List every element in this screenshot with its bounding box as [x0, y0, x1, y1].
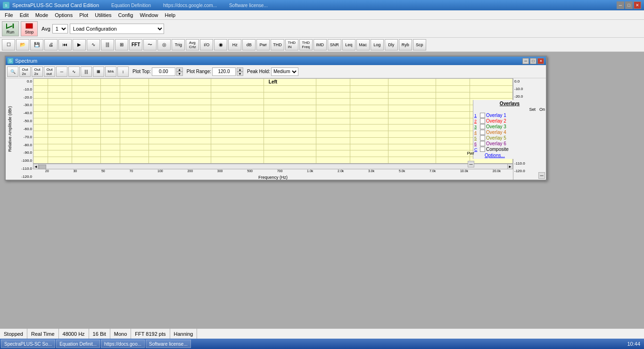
marker-button[interactable]: Mrk	[105, 66, 116, 77]
menu-file[interactable]: File	[2, 12, 16, 18]
avg-select[interactable]: 1 2 4 8	[52, 24, 68, 33]
plot-area[interactable]: Left	[33, 78, 513, 164]
overlay-3-checkbox[interactable]	[480, 124, 485, 129]
bars-button[interactable]: |||	[101, 39, 114, 50]
grid2-button[interactable]: ▦	[93, 66, 104, 77]
overlay-2-num[interactable]: 2	[474, 119, 479, 124]
overlay-5-checkbox[interactable]	[480, 135, 485, 141]
out-2x-2-button[interactable]: Out2x	[32, 66, 43, 77]
menu-utilities[interactable]: Utilities	[92, 12, 114, 18]
scroll-right-button[interactable]: ►	[507, 164, 513, 169]
maximize-button[interactable]: □	[625, 1, 633, 9]
wave2-button[interactable]: 〜	[143, 39, 157, 50]
stop-button[interactable]: Stop	[21, 21, 38, 36]
trig-button[interactable]: Trig	[172, 39, 185, 50]
options-link[interactable]: Options...	[485, 153, 545, 158]
avg-crtz-button[interactable]: AvgCrtz	[186, 39, 199, 50]
overlays-panel: Overlays Set On 1 Overlay 1 2 Overlay 2 …	[473, 100, 546, 159]
snr-button[interactable]: SNR	[328, 39, 341, 50]
imd-button[interactable]: IMD	[314, 39, 327, 50]
ryb-button[interactable]: Ryb	[399, 39, 412, 50]
menu-mode[interactable]: Mode	[33, 12, 51, 18]
composite-num[interactable]: C	[474, 147, 479, 152]
taskbar-docs[interactable]: https://docs.goo...	[101, 340, 145, 348]
overlays-collapse-button[interactable]: ─	[538, 172, 545, 179]
vgrid-7	[264, 79, 264, 163]
vgrid-4	[120, 79, 120, 163]
scrollbar-thumb[interactable]	[39, 165, 46, 169]
plot-top-up[interactable]: ▲	[176, 67, 183, 72]
menu-config[interactable]: Config	[116, 12, 136, 18]
plot-top-down[interactable]: ▼	[176, 72, 183, 76]
zoom-button[interactable]: 🔍	[7, 66, 18, 77]
open-button[interactable]: 📂	[16, 39, 29, 50]
thd-freq-button[interactable]: THDFreq	[299, 39, 313, 50]
pwr-button[interactable]: Pwr	[256, 39, 270, 50]
taskbar-license[interactable]: Software license...	[146, 340, 191, 348]
curve-button[interactable]: ─	[56, 66, 67, 77]
scrollbar-track[interactable]	[39, 164, 507, 169]
overlay-6-checkbox[interactable]	[480, 141, 485, 146]
menu-help[interactable]: Help	[162, 12, 179, 18]
run-button[interactable]: Run	[2, 21, 19, 36]
dly-button[interactable]: Dly	[385, 39, 398, 50]
menu-plot[interactable]: Plot	[76, 12, 91, 18]
load-config-select[interactable]: Load Configuration	[70, 24, 164, 34]
save-button[interactable]: 💾	[30, 39, 43, 50]
overlay-4-checkbox[interactable]	[480, 130, 485, 135]
menu-options[interactable]: Options	[52, 12, 75, 18]
overlay-1-checkbox[interactable]	[480, 113, 485, 118]
out-2x-1-button[interactable]: Out2x	[19, 66, 31, 77]
overlay-2-checkbox[interactable]	[480, 118, 485, 124]
thd-in-button[interactable]: THDIN	[285, 39, 298, 50]
hz-button[interactable]: Hz	[228, 39, 241, 50]
circle-button[interactable]: ◎	[157, 39, 171, 50]
overlay-5-num[interactable]: 5	[474, 136, 479, 141]
fft-button[interactable]: FFT	[129, 39, 142, 50]
pwr-collapse-button[interactable]: ─	[468, 161, 474, 167]
spectrum-minimize-button[interactable]: ─	[522, 58, 529, 64]
peak-hold-select[interactable]: None Low Medium High Infinite	[271, 67, 298, 76]
spiral-button[interactable]: ◉	[214, 39, 227, 50]
print-button[interactable]: 🖨	[44, 39, 58, 50]
overlay-1-num[interactable]: 1	[474, 113, 479, 118]
menu-edit[interactable]: Edit	[17, 12, 32, 18]
scp-button[interactable]: Scp	[413, 39, 426, 50]
close-button[interactable]: ✕	[634, 1, 641, 9]
grid-line-3	[33, 98, 512, 99]
spectrum-maximize-button[interactable]: □	[530, 58, 537, 64]
equation-tab[interactable]: Equation Definition	[111, 3, 151, 8]
leq-button[interactable]: Leq	[342, 39, 355, 50]
overlay-6-num[interactable]: 6	[474, 141, 479, 146]
play-button[interactable]: ▶	[73, 39, 86, 50]
fast-back-button[interactable]: ⏮	[58, 39, 72, 50]
wave3-button[interactable]: ∿	[68, 66, 80, 77]
scroll-left-button[interactable]: ◄	[33, 164, 39, 169]
menu-window[interactable]: Window	[137, 12, 161, 18]
license-tab[interactable]: Software license...	[229, 3, 268, 8]
overlay-row-1: 1 Overlay 1	[474, 113, 545, 118]
plot-top-input[interactable]	[152, 67, 175, 76]
log-button[interactable]: Log	[371, 39, 384, 50]
composite-checkbox[interactable]	[480, 147, 485, 152]
grid-button[interactable]: ⊞	[115, 39, 128, 50]
taskbar-equation[interactable]: Equation Definit...	[56, 340, 100, 348]
io-button[interactable]: I/O	[200, 39, 213, 50]
wave-button[interactable]: ∿	[87, 39, 100, 50]
new-button[interactable]: ☐	[2, 39, 15, 50]
docs-tab[interactable]: https://docs.google.com...	[163, 3, 217, 8]
thd-button[interactable]: THD	[271, 39, 284, 50]
plot-range-down[interactable]: ▼	[237, 72, 243, 76]
minimize-button[interactable]: ─	[617, 1, 624, 9]
measure-button[interactable]: ↕	[117, 66, 129, 77]
db-button[interactable]: dB	[242, 39, 256, 50]
bars2-button[interactable]: |||	[81, 66, 92, 77]
plot-range-input[interactable]	[212, 67, 236, 76]
plot-range-up[interactable]: ▲	[237, 67, 243, 72]
taskbar-spectraplus[interactable]: SpectraPLUS-SC So...	[1, 340, 55, 348]
overlay-3-num[interactable]: 3	[474, 125, 479, 129]
out-out-button[interactable]: Outout	[44, 66, 55, 77]
overlay-4-num[interactable]: 4	[474, 130, 479, 135]
mac-button[interactable]: Mac	[356, 39, 370, 50]
spectrum-close-button[interactable]: ✕	[537, 58, 544, 64]
